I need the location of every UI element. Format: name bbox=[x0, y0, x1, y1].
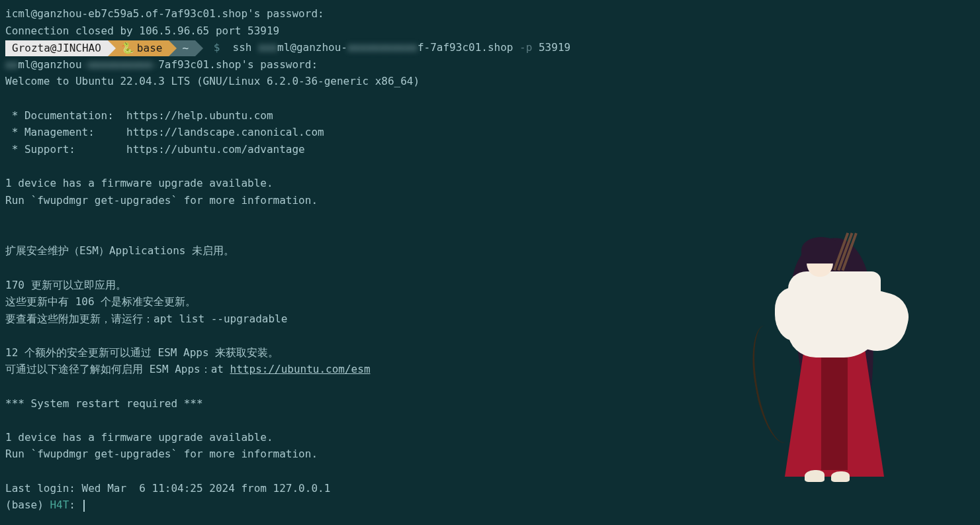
terminal-line bbox=[5, 226, 975, 243]
terminal-line bbox=[5, 327, 975, 344]
prompt-separator: : bbox=[69, 499, 81, 511]
terminal-line: * Management: https://landscape.canonica… bbox=[5, 124, 975, 141]
terminal-line: 扩展安全维护（ESM）Applications 未启用。 bbox=[5, 242, 975, 260]
terminal-line bbox=[5, 378, 975, 395]
terminal-line: xxml@ganzhou-xxxxxxxxxx-7af93c01.shop's … bbox=[5, 56, 975, 73]
text: 可通过以下途径了解如何启用 ESM Apps：at bbox=[5, 363, 230, 375]
prompt-user-segment: Grozta@JINCHAO bbox=[5, 40, 108, 56]
remote-hostname: H4T bbox=[50, 499, 69, 511]
cursor bbox=[83, 500, 85, 512]
terminal-line: * Support: https://ubuntu.com/advantage bbox=[5, 141, 975, 158]
terminal-line: Connection closed by 106.5.96.65 port 53… bbox=[5, 23, 975, 40]
ssh-host: f-7af93c01.shop bbox=[418, 41, 519, 54]
terminal-line: Run `fwupdmgr get-upgrades` for more inf… bbox=[5, 446, 975, 463]
terminal-line: Run `fwupdmgr get-upgrades` for more inf… bbox=[5, 192, 975, 209]
terminal-line bbox=[5, 412, 975, 429]
text: 7af93c01.shop's password: bbox=[158, 58, 318, 71]
terminal-line: 可通过以下途径了解如何启用 ESM Apps：at https://ubuntu… bbox=[5, 361, 975, 378]
redacted-text: xxx bbox=[258, 41, 277, 54]
redacted-text: xxxxxxxxxxx bbox=[347, 41, 418, 54]
python-icon: 🐍 bbox=[121, 40, 134, 56]
terminal-line: 要查看这些附加更新，请运行：apt list --upgradable bbox=[5, 310, 975, 328]
terminal-output[interactable]: icml@ganzhou-eb7c59a5.of-7af93c01.shop's… bbox=[5, 5, 975, 514]
terminal-line: Welcome to Ubuntu 22.04.3 LTS (GNU/Linux… bbox=[5, 73, 975, 90]
terminal-line: 1 device has a firmware upgrade availabl… bbox=[5, 429, 975, 446]
terminal-line: 这些更新中有 106 个是标准安全更新。 bbox=[5, 293, 975, 310]
ssh-port: 53919 bbox=[532, 41, 570, 54]
terminal-line: 1 device has a firmware upgrade availabl… bbox=[5, 175, 975, 192]
ssh-command: ssh bbox=[226, 41, 258, 54]
shell-prompt-line[interactable]: Grozta@JINCHAO🐍base~ $ ssh xxxml@ganzhou… bbox=[5, 39, 975, 56]
terminal-line: * Documentation: https://help.ubuntu.com bbox=[5, 107, 975, 124]
redacted-text: xx bbox=[5, 58, 18, 71]
terminal-line bbox=[5, 260, 975, 277]
terminal-line: Last login: Wed Mar 6 11:04:25 2024 from… bbox=[5, 480, 975, 497]
redacted-text: -xxxxxxxxxx- bbox=[82, 58, 159, 71]
terminal-line: icml@ganzhou-eb7c59a5.of-7af93c01.shop's… bbox=[5, 5, 975, 23]
conda-env-label: (base) bbox=[5, 499, 50, 511]
terminal-line bbox=[5, 158, 975, 175]
terminal-line: 12 个额外的安全更新可以通过 ESM Apps 来获取安装。 bbox=[5, 344, 975, 361]
terminal-line: 170 更新可以立即应用。 bbox=[5, 277, 975, 294]
terminal-line bbox=[5, 90, 975, 107]
terminal-line bbox=[5, 209, 975, 226]
remote-shell-prompt[interactable]: (base) H4T: bbox=[5, 497, 975, 514]
ssh-flag: -p bbox=[519, 41, 532, 54]
text: ml@ganzhou bbox=[18, 58, 81, 71]
ssh-host: ml@ganzhou- bbox=[277, 41, 347, 54]
prompt-conda-segment: 🐍base bbox=[108, 40, 169, 56]
link-text: https://ubuntu.com/esm bbox=[230, 363, 371, 375]
terminal-line: *** System restart required *** bbox=[5, 395, 975, 412]
terminal-line bbox=[5, 463, 975, 480]
